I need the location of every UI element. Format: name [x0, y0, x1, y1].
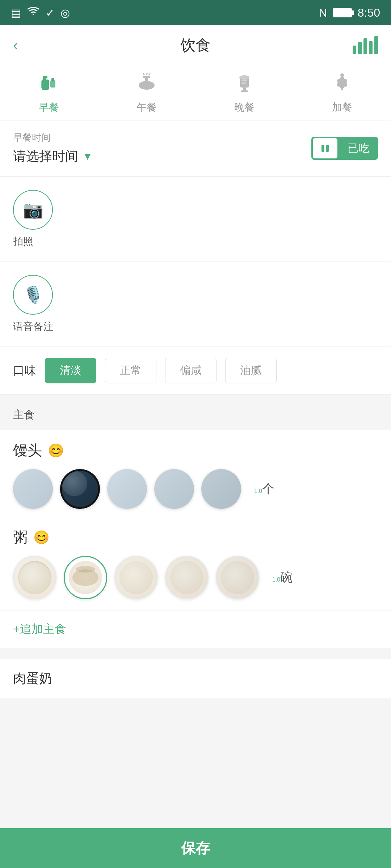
taste-section: 口味 清淡 正常 偏咸 油腻	[0, 347, 391, 395]
svg-line-11	[149, 73, 150, 75]
status-icons-left: ▤ ✓ ◎	[11, 7, 70, 19]
tab-breakfast[interactable]: 早餐	[0, 72, 98, 114]
food-item-mantou: 馒头 😊 1.0个	[0, 430, 391, 520]
svg-point-13	[239, 75, 249, 80]
svg-rect-27	[321, 145, 324, 152]
svg-line-9	[146, 73, 147, 75]
sim-icon: ▤	[11, 7, 21, 19]
porridge-count: 1.0	[272, 576, 280, 583]
add-main-food-section: +追加主食	[0, 610, 391, 648]
mantou-unit: 个	[262, 482, 274, 495]
time-display: 8:50	[358, 6, 380, 20]
svg-rect-28	[326, 145, 329, 152]
porridge-portion-1[interactable]	[13, 556, 56, 599]
porridge-portion-2[interactable]	[64, 556, 107, 599]
mantou-portion-3[interactable]	[107, 469, 147, 509]
status-bar: ▤ ✓ ◎ N 8:50	[0, 0, 391, 25]
tab-dinner[interactable]: 晚餐	[196, 72, 293, 114]
mantou-title-row: 馒头 😊	[13, 441, 378, 460]
mantou-portions: 1.0个	[13, 469, 378, 509]
porridge-count-display: 1.0碗	[272, 569, 293, 586]
microphone-icon: 🎙️	[23, 285, 43, 305]
back-button[interactable]: ‹	[13, 37, 18, 54]
camera-icon: 📷	[23, 200, 43, 220]
add-main-food-button[interactable]: +追加主食	[13, 622, 66, 635]
svg-rect-3	[46, 78, 47, 80]
time-picker-trigger[interactable]: 请选择时间 ▼	[13, 148, 93, 165]
taste-label: 口味	[13, 363, 36, 379]
stats-button[interactable]	[353, 36, 378, 54]
svg-rect-8	[143, 76, 150, 78]
voice-label: 语音备注	[13, 320, 54, 333]
mantou-portion-2[interactable]	[60, 469, 100, 509]
porridge-name: 粥	[13, 527, 28, 547]
porridge-portion-3[interactable]	[114, 556, 158, 599]
time-placeholder: 请选择时间	[13, 148, 78, 165]
mantou-portion-1[interactable]	[13, 469, 53, 509]
svg-rect-0	[42, 80, 49, 90]
header: ‹ 饮食	[0, 25, 391, 65]
main-food-title: 主食	[13, 409, 35, 421]
svg-rect-16	[243, 88, 246, 90]
taste-greasy[interactable]: 油腻	[225, 358, 277, 383]
pause-icon	[313, 138, 337, 158]
time-section: 早餐时间 请选择时间 ▼ 已吃	[0, 120, 391, 176]
dropdown-arrow-icon: ▼	[83, 151, 93, 162]
porridge-title-row: 粥 😊	[13, 527, 378, 547]
svg-rect-15	[241, 82, 246, 84]
tab-lunch[interactable]: 午餐	[98, 72, 196, 114]
svg-rect-4	[50, 80, 55, 88]
taste-normal[interactable]: 正常	[105, 358, 156, 383]
porridge-portions: 1.0碗	[13, 556, 378, 599]
svg-rect-5	[51, 78, 54, 81]
food-item-porridge: 粥 😊 1.0碗	[0, 520, 391, 610]
nfc-icon: N	[319, 6, 327, 20]
dinner-icon	[234, 72, 255, 97]
mantou-name: 馒头	[13, 441, 42, 460]
dinner-label: 晚餐	[234, 101, 255, 114]
lunch-label: 午餐	[136, 101, 157, 114]
eaten-label: 已吃	[339, 141, 378, 156]
status-right: N 8:50	[319, 6, 380, 20]
eaten-button[interactable]: 已吃	[311, 137, 378, 160]
voice-section: 🎙️ 语音备注	[0, 262, 391, 347]
breakfast-label: 早餐	[39, 101, 59, 114]
svg-point-26	[340, 84, 344, 89]
meal-tabs: 早餐 午餐 晚餐	[0, 65, 391, 120]
snack-icon	[331, 72, 353, 97]
time-picker-area: 早餐时间 请选择时间 ▼	[13, 131, 93, 165]
mantou-count-display: 1.0个	[254, 481, 274, 497]
battery-icon	[333, 8, 352, 17]
svg-line-10	[143, 73, 144, 75]
porridge-portion-5[interactable]	[216, 556, 259, 599]
page-title: 饮食	[180, 35, 211, 55]
svg-rect-2	[41, 81, 42, 88]
photo-button[interactable]: 📷	[13, 190, 53, 230]
section-divider-2	[0, 648, 391, 659]
photo-section: 📷 拍照	[0, 177, 391, 262]
porridge-portion-4[interactable]	[165, 556, 209, 599]
shield-icon: ✓	[46, 7, 55, 19]
meat-section: 肉蛋奶	[0, 659, 391, 698]
save-bar[interactable]: 保存	[0, 828, 391, 868]
mantou-portion-4[interactable]	[154, 469, 194, 509]
section-divider-1	[0, 395, 391, 400]
mantou-portion-5[interactable]	[201, 469, 241, 509]
main-food-header: 主食	[0, 400, 391, 430]
svg-rect-17	[241, 90, 248, 92]
lunch-icon	[136, 72, 157, 97]
porridge-emoji: 😊	[33, 530, 50, 545]
taste-salty[interactable]: 偏咸	[165, 358, 216, 383]
snack-label: 加餐	[332, 101, 352, 114]
mantou-emoji: 😊	[48, 443, 64, 458]
time-section-label: 早餐时间	[13, 131, 93, 144]
tab-snack[interactable]: 加餐	[293, 72, 391, 114]
porridge-unit: 碗	[280, 570, 293, 584]
circle-icon: ◎	[60, 7, 70, 19]
save-button[interactable]: 保存	[181, 838, 210, 858]
voice-button[interactable]: 🎙️	[13, 275, 53, 315]
bar-chart-icon	[353, 36, 378, 54]
breakfast-icon	[38, 72, 60, 97]
wifi-icon	[27, 7, 40, 19]
taste-light[interactable]: 清淡	[45, 358, 96, 383]
